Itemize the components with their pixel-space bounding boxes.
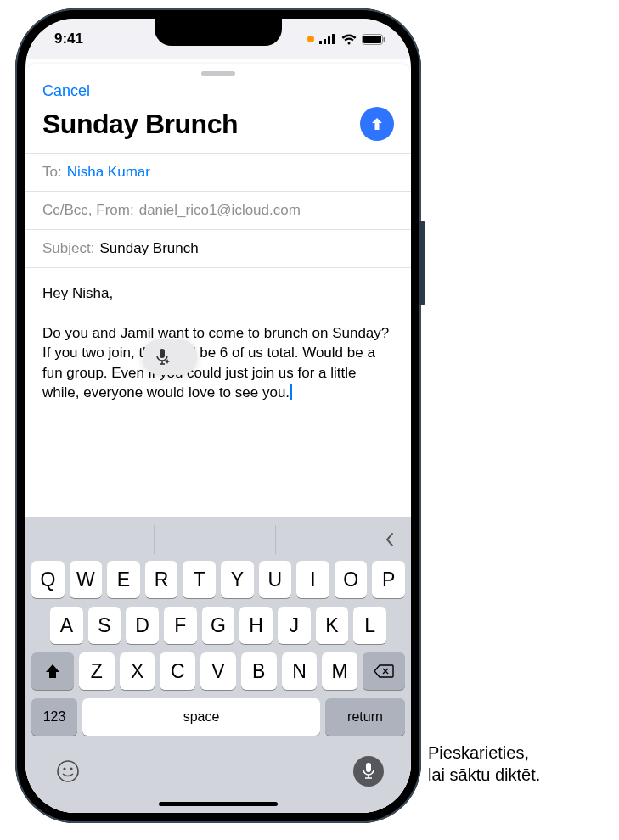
subject-value: Sunday Brunch — [99, 240, 198, 257]
dictate-button[interactable] — [353, 756, 384, 787]
screen: 9:41 Cancel Sunday Brunch To: Nisha — [25, 19, 411, 813]
text-cursor — [290, 384, 292, 400]
shift-key[interactable] — [31, 652, 74, 690]
from-value: daniel_rico1@icloud.com — [139, 202, 301, 219]
key-i[interactable]: I — [296, 561, 329, 598]
status-icons — [307, 34, 385, 45]
compose-sheet: Cancel Sunday Brunch To: Nisha Kumar Cc/… — [25, 64, 411, 813]
key-b[interactable]: B — [241, 652, 277, 690]
side-button — [419, 221, 425, 305]
key-row-4: 123 space return — [29, 698, 408, 736]
mic-sparkle-icon — [155, 348, 172, 367]
svg-rect-3 — [332, 34, 335, 44]
key-f[interactable]: F — [164, 607, 197, 644]
svg-rect-5 — [363, 36, 381, 43]
body-greeting: Hey Nisha, — [42, 283, 394, 303]
key-l[interactable]: L — [353, 607, 386, 644]
key-j[interactable]: J — [278, 607, 311, 644]
send-button[interactable] — [360, 107, 394, 141]
space-key[interactable]: space — [82, 698, 320, 736]
to-value[interactable]: Nisha Kumar — [67, 164, 150, 181]
mic-icon — [361, 762, 376, 781]
emoji-icon — [55, 759, 81, 784]
key-row-2: A S D F G H J K L — [29, 607, 408, 644]
key-n[interactable]: N — [282, 652, 318, 690]
home-indicator[interactable] — [159, 802, 278, 806]
key-s[interactable]: S — [88, 607, 121, 644]
callout-line-1: Pieskarieties, — [428, 742, 540, 764]
to-field[interactable]: To: Nisha Kumar — [25, 153, 411, 191]
svg-point-11 — [63, 767, 65, 770]
key-u[interactable]: U — [259, 561, 292, 598]
svg-rect-13 — [366, 763, 371, 772]
key-d[interactable]: D — [126, 607, 159, 644]
notch — [155, 19, 282, 46]
key-w[interactable]: W — [70, 561, 103, 598]
key-row-1: Q W E R T Y U I O P — [29, 561, 408, 598]
backspace-key[interactable] — [363, 652, 405, 690]
key-g[interactable]: G — [202, 607, 235, 644]
callout-text: Pieskarieties, lai sāktu diktēt. — [428, 742, 540, 786]
message-body[interactable]: Hey Nisha, Do you and Jamil want to come… — [25, 267, 411, 517]
key-m[interactable]: M — [322, 652, 357, 690]
callout-line-2: lai sāktu diktēt. — [428, 764, 540, 786]
key-p[interactable]: P — [372, 561, 405, 598]
subject-label: Subject: — [42, 240, 94, 257]
key-e[interactable]: E — [107, 561, 140, 598]
status-time: 9:41 — [54, 31, 83, 48]
arrow-up-icon — [369, 115, 385, 132]
svg-rect-6 — [384, 37, 385, 42]
svg-rect-7 — [160, 349, 165, 358]
phone-frame: 9:41 Cancel Sunday Brunch To: Nisha — [15, 8, 421, 823]
svg-rect-0 — [319, 41, 322, 44]
return-key[interactable]: return — [325, 698, 405, 736]
shift-icon — [44, 664, 61, 679]
svg-point-10 — [58, 761, 78, 781]
svg-rect-2 — [328, 36, 330, 44]
callout-leader-line — [382, 753, 428, 753]
chevron-left-icon — [384, 531, 396, 548]
suggestion-slot-1[interactable] — [34, 525, 155, 554]
key-y[interactable]: Y — [221, 561, 254, 598]
cellular-icon — [319, 34, 336, 44]
key-v[interactable]: V — [200, 652, 236, 690]
keyboard-bottom-row — [29, 744, 408, 793]
wifi-icon — [341, 34, 357, 45]
key-row-3: Z X C V B N M — [29, 652, 408, 690]
subject-field[interactable]: Subject: Sunday Brunch — [25, 229, 411, 267]
cc-label: Cc/Bcc, From: — [42, 202, 134, 219]
suggestion-collapse[interactable] — [276, 525, 402, 554]
key-a[interactable]: A — [50, 607, 83, 644]
key-c[interactable]: C — [160, 652, 195, 690]
numbers-key[interactable]: 123 — [31, 698, 77, 736]
sheet-grabber[interactable] — [201, 71, 235, 76]
suggestion-slot-2[interactable] — [155, 525, 275, 554]
emoji-button[interactable] — [53, 756, 83, 787]
mic-indicator-dot — [307, 36, 314, 42]
dictation-popover[interactable] — [143, 339, 197, 375]
body-paragraph: Do you and Jamil want to come to brunch … — [42, 325, 389, 400]
key-r[interactable]: R — [145, 561, 178, 598]
backspace-icon — [374, 664, 394, 679]
key-k[interactable]: K — [316, 607, 349, 644]
battery-icon — [362, 34, 385, 45]
to-label: To: — [42, 164, 62, 181]
suggestion-bar — [29, 524, 408, 561]
svg-rect-1 — [324, 39, 326, 44]
compose-title: Sunday Brunch — [42, 109, 238, 140]
cc-bcc-from-field[interactable]: Cc/Bcc, From: daniel_rico1@icloud.com — [25, 191, 411, 229]
key-t[interactable]: T — [183, 561, 216, 598]
cancel-button[interactable]: Cancel — [42, 79, 90, 100]
key-h[interactable]: H — [239, 607, 273, 644]
keyboard: Q W E R T Y U I O P A S D F G H — [25, 517, 411, 813]
key-x[interactable]: X — [120, 652, 155, 690]
key-q[interactable]: Q — [31, 561, 65, 598]
key-z[interactable]: Z — [79, 652, 115, 690]
key-o[interactable]: O — [335, 561, 368, 598]
svg-point-12 — [70, 767, 72, 770]
